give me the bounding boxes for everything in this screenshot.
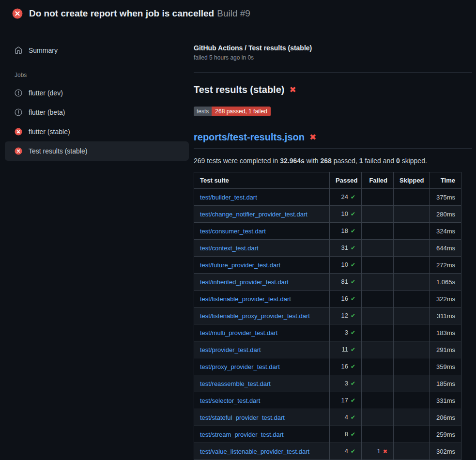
- suite-link[interactable]: test/stream_provider_test.dart: [200, 431, 284, 438]
- failed-cell: [362, 291, 394, 307]
- table-row: test/selector_test.dart17✔331ms: [194, 392, 461, 409]
- passed-cell: 81✔: [330, 274, 362, 291]
- sidebar-item-flutter-dev[interactable]: flutter (dev): [5, 83, 189, 103]
- x-icon: ✖: [309, 133, 316, 141]
- x-icon: ✖: [289, 86, 296, 94]
- skipped-cell: [394, 375, 430, 392]
- summary-text: passed,: [332, 157, 359, 165]
- table-row: test/stream_provider_test.dart8✔259ms: [194, 426, 461, 443]
- sidebar-item-test-results-stable[interactable]: Test results (stable): [5, 141, 189, 161]
- check-icon: ✔: [351, 245, 355, 251]
- passed-count: 3: [345, 380, 348, 387]
- time-cell: 272ms: [430, 257, 461, 274]
- time-cell: 331ms: [430, 392, 461, 409]
- suite-link[interactable]: test/listenable_proxy_provider_test.dart: [200, 312, 310, 320]
- badge-label: tests: [194, 107, 212, 116]
- suite-link[interactable]: test/proxy_provider_test.dart: [200, 363, 280, 370]
- suite-link[interactable]: test/future_provider_test.dart: [200, 261, 280, 269]
- time-cell: 324ms: [430, 223, 461, 240]
- content: Summary Jobs flutter (dev)flutter (beta)…: [0, 26, 476, 460]
- column-header-time: Time: [430, 172, 461, 189]
- time-cell: 185ms: [430, 375, 461, 392]
- failed-cell: [362, 341, 394, 358]
- time-cell: 183ms: [430, 324, 461, 341]
- check-icon: ✔: [351, 397, 355, 404]
- check-icon: ✔: [351, 380, 355, 387]
- skipped-cell: [394, 358, 430, 375]
- column-header-passed: Passed: [330, 172, 362, 189]
- summary-line: 269 tests were completed in 32.964s with…: [194, 156, 472, 165]
- suite-link[interactable]: test/reassemble_test.dart: [200, 380, 271, 387]
- failed-cell: 1✖: [362, 443, 394, 460]
- time-cell: 311ms: [430, 307, 461, 324]
- summary-text: with: [305, 157, 321, 165]
- skipped-cell: [394, 409, 430, 426]
- check-icon: ✔: [351, 295, 355, 302]
- check-icon: ✔: [351, 431, 355, 438]
- suite-cell: test/builder_test.dart: [194, 189, 330, 206]
- failed-cell: [362, 189, 394, 206]
- passed-count: 11: [341, 346, 348, 353]
- passed-count: 16: [341, 363, 348, 370]
- results-table: Test suite Passed Failed Skipped Time te…: [194, 172, 461, 460]
- summary-duration: 32.964s: [280, 157, 305, 165]
- time-cell: 302ms: [430, 443, 461, 460]
- sidebar-item-flutter-beta[interactable]: flutter (beta): [5, 103, 189, 122]
- passed-count: 8: [345, 430, 348, 438]
- skipped-cell: [394, 307, 430, 324]
- suite-link[interactable]: test/value_listenable_provider_test.dart: [200, 448, 309, 455]
- divider: [194, 72, 472, 73]
- time-cell: 206ms: [430, 409, 461, 426]
- suite-cell: test/reassemble_test.dart: [194, 375, 330, 392]
- table-row: test/future_provider_test.dart10✔272ms: [194, 257, 461, 274]
- summary-skipped-count: 0: [396, 157, 400, 165]
- suite-link[interactable]: test/inherited_provider_test.dart: [200, 278, 289, 286]
- suite-cell: test/selector_test.dart: [194, 392, 330, 409]
- failed-cell: [362, 257, 394, 274]
- skipped-cell: [394, 426, 430, 443]
- check-icon: ✔: [351, 211, 355, 217]
- suite-cell: test/listenable_provider_test.dart: [194, 291, 330, 307]
- suite-cell: test/inherited_provider_test.dart: [194, 274, 330, 291]
- suite-link[interactable]: test/multi_provider_test.dart: [200, 329, 277, 337]
- alert-circle-icon: [15, 108, 22, 116]
- time-cell: 359ms: [430, 358, 461, 375]
- table-row: test/builder_test.dart24✔375ms: [194, 189, 461, 206]
- run-header: Do not create report when job is cancell…: [0, 0, 476, 26]
- passed-count: 18: [341, 227, 348, 234]
- passed-count: 4: [345, 447, 348, 455]
- sidebar-item-flutter-stable[interactable]: flutter (stable): [5, 122, 189, 141]
- suite-cell: test/multi_provider_test.dart: [194, 324, 330, 341]
- time-cell: 291ms: [430, 341, 461, 358]
- check-icon: ✔: [351, 414, 355, 421]
- suite-cell: test/future_provider_test.dart: [194, 257, 330, 274]
- passed-count: 24: [341, 193, 348, 200]
- run-title-text: Do not create report when job is cancell…: [29, 8, 214, 18]
- suite-link[interactable]: test/change_notifier_provider_test.dart: [200, 211, 307, 218]
- suite-link[interactable]: test/context_test.dart: [200, 245, 259, 252]
- skipped-cell: [394, 189, 430, 206]
- table-row: test/consumer_test.dart18✔324ms: [194, 223, 461, 240]
- sidebar-item-summary[interactable]: Summary: [5, 44, 189, 57]
- check-icon: ✔: [351, 329, 355, 336]
- passed-cell: 10✔: [330, 206, 362, 223]
- suite-link[interactable]: test/selector_test.dart: [200, 397, 260, 404]
- check-icon: ✔: [351, 228, 355, 234]
- skipped-cell: [394, 341, 430, 358]
- suite-link[interactable]: test/listenable_provider_test.dart: [200, 295, 291, 303]
- suite-link[interactable]: test/consumer_test.dart: [200, 228, 266, 235]
- section-title: Test results (stable) ✖: [194, 83, 472, 96]
- suite-link[interactable]: test/stateful_provider_test.dart: [200, 414, 285, 421]
- suite-link[interactable]: test/builder_test.dart: [200, 194, 257, 201]
- job-label: flutter (stable): [29, 128, 70, 136]
- passed-count: 16: [341, 295, 348, 302]
- passed-cell: 18✔: [330, 223, 362, 240]
- x-circle-icon: [15, 147, 22, 155]
- time-cell: 259ms: [430, 426, 461, 443]
- report-link[interactable]: reports/test-results.json: [194, 131, 305, 143]
- table-row: test/stateful_provider_test.dart4✔206ms: [194, 409, 461, 426]
- passed-cell: 17✔: [330, 392, 362, 409]
- suite-link[interactable]: test/provider_test.dart: [200, 346, 261, 353]
- check-icon: ✔: [351, 448, 355, 455]
- check-icon: ✔: [351, 363, 355, 370]
